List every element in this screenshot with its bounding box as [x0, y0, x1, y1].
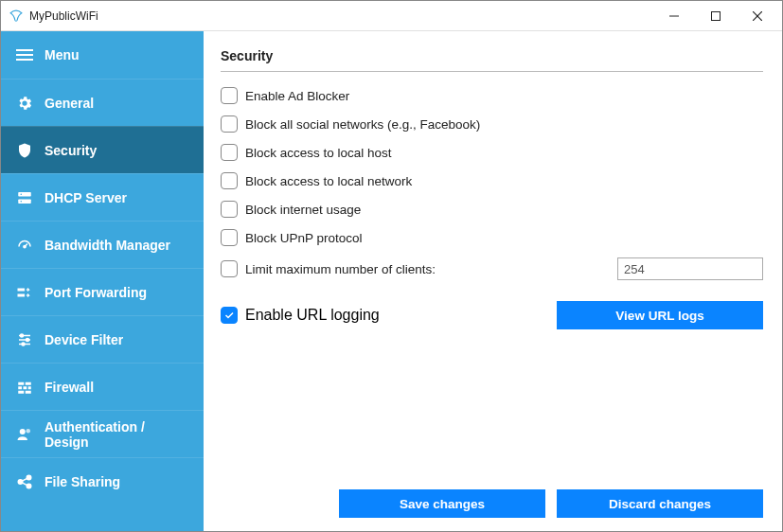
content-panel: Security Enable Ad Blocker Block all soc…: [204, 31, 782, 531]
svg-line-34: [22, 482, 27, 485]
svg-point-9: [21, 193, 23, 195]
option-label: Block UPnP protocol: [245, 231, 363, 245]
option-url-logging: Enable URL logging View URL logs: [221, 301, 763, 329]
sidebar-item-portfwd[interactable]: Port Forwarding: [1, 268, 204, 315]
option-label: Block access to local network: [245, 174, 412, 188]
option-label: Enable Ad Blocker: [245, 89, 349, 103]
sidebar-item-filesharing[interactable]: File Sharing: [1, 457, 204, 505]
checkbox-adblocker[interactable]: [221, 87, 238, 104]
sidebar-item-label: File Sharing: [44, 474, 120, 489]
option-block-upnp: Block UPnP protocol: [221, 229, 763, 246]
checkbox-block-localnet[interactable]: [221, 172, 238, 189]
checkbox-block-upnp[interactable]: [221, 229, 238, 246]
option-label: Enable URL logging: [245, 307, 380, 324]
maximize-button[interactable]: [695, 2, 737, 30]
gauge-icon: [16, 237, 33, 254]
options-list: Enable Ad Blocker Block all social netwo…: [221, 87, 763, 280]
window-title: MyPublicWiFi: [29, 9, 653, 23]
option-limit-clients: Limit maximum number of clients:: [221, 257, 763, 280]
user-icon: [16, 426, 33, 443]
svg-rect-22: [26, 381, 31, 384]
sidebar-item-label: Bandwidth Manager: [44, 238, 170, 253]
svg-rect-27: [26, 390, 31, 393]
footer-actions: Save changes Discard changes: [221, 480, 763, 518]
svg-rect-23: [18, 386, 22, 389]
svg-point-10: [21, 201, 23, 203]
titlebar: MyPublicWiFi: [1, 1, 782, 31]
svg-rect-21: [18, 381, 24, 384]
share-icon: [16, 473, 33, 490]
close-button[interactable]: [737, 2, 778, 30]
save-button[interactable]: Save changes: [339, 489, 545, 518]
option-label: Block access to local host: [245, 146, 392, 160]
sidebar-item-security[interactable]: Security: [1, 126, 204, 173]
svg-point-18: [21, 334, 24, 337]
svg-line-33: [22, 478, 27, 481]
sidebar-item-label: Port Forwarding: [44, 285, 147, 300]
limit-clients-input[interactable]: [617, 257, 763, 280]
sidebar-item-devicefilter[interactable]: Device Filter: [1, 315, 204, 363]
sidebar-item-dhcp[interactable]: DHCP Server: [1, 173, 204, 221]
gear-icon: [16, 95, 33, 112]
firewall-icon: [16, 379, 33, 396]
svg-point-20: [22, 343, 25, 346]
svg-rect-26: [18, 390, 24, 393]
option-label: Block internet usage: [245, 203, 361, 217]
server-icon: [16, 189, 33, 206]
option-label: Limit maximum number of clients:: [245, 262, 436, 276]
option-block-localnet: Block access to local network: [221, 172, 763, 189]
sidebar-item-label: Security: [44, 143, 97, 158]
sidebar: Menu General Security DHCP Server Bandwi…: [1, 31, 204, 531]
checkbox-url-logging[interactable]: [221, 307, 238, 324]
sidebar-item-label: General: [44, 96, 94, 111]
option-block-localhost: Block access to local host: [221, 144, 763, 161]
svg-rect-8: [18, 199, 31, 204]
sidebar-item-label: Firewall: [44, 380, 94, 395]
filter-icon: [16, 331, 33, 348]
svg-rect-25: [28, 386, 31, 389]
checkbox-block-localhost[interactable]: [221, 144, 238, 161]
sidebar-item-label: DHCP Server: [44, 190, 127, 205]
sidebar-item-auth[interactable]: Authentication / Design: [1, 410, 204, 457]
forward-icon: [16, 284, 33, 301]
svg-point-28: [20, 429, 26, 434]
app-icon: [9, 9, 24, 24]
discard-button[interactable]: Discard changes: [557, 489, 763, 518]
svg-rect-7: [18, 192, 31, 197]
svg-rect-13: [18, 288, 26, 291]
option-label: Block all social networks (e.g., Faceboo…: [245, 117, 480, 132]
view-url-logs-button[interactable]: View URL logs: [557, 301, 763, 329]
checkbox-limit-clients[interactable]: [221, 260, 238, 277]
sidebar-item-label: Authentication / Design: [44, 419, 188, 450]
shield-icon: [16, 142, 33, 159]
sidebar-item-menu[interactable]: Menu: [1, 31, 204, 79]
svg-rect-24: [24, 386, 27, 389]
window-controls: [653, 2, 778, 30]
checkbox-block-internet[interactable]: [221, 201, 238, 218]
option-block-internet: Block internet usage: [221, 201, 763, 218]
svg-rect-14: [18, 293, 26, 296]
svg-point-29: [27, 429, 31, 434]
svg-point-12: [24, 245, 26, 247]
menu-icon: [16, 46, 33, 63]
svg-rect-1: [712, 11, 721, 20]
option-block-social: Block all social networks (e.g., Faceboo…: [221, 115, 763, 133]
option-adblocker: Enable Ad Blocker: [221, 87, 763, 104]
sidebar-item-general[interactable]: General: [1, 79, 204, 126]
sidebar-item-label: Device Filter: [44, 332, 123, 347]
minimize-button[interactable]: [653, 2, 695, 30]
checkbox-block-social[interactable]: [221, 115, 238, 133]
sidebar-item-firewall[interactable]: Firewall: [1, 363, 204, 410]
sidebar-item-label: Menu: [44, 47, 80, 62]
sidebar-item-bandwidth[interactable]: Bandwidth Manager: [1, 221, 204, 268]
svg-point-19: [27, 338, 29, 341]
section-title: Security: [221, 48, 763, 72]
